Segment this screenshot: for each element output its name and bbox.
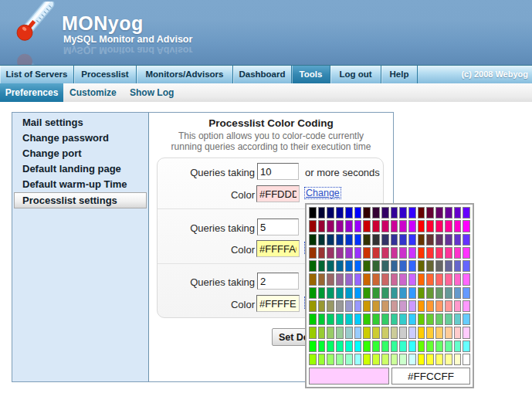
palette-swatch[interactable] — [463, 313, 470, 325]
palette-swatch[interactable] — [318, 247, 326, 259]
sidebar-item-change-password[interactable]: Change password — [22, 130, 109, 146]
palette-swatch[interactable] — [372, 327, 380, 338]
palette-swatch[interactable] — [426, 287, 434, 299]
palette-swatch[interactable] — [372, 234, 380, 246]
palette-swatch[interactable] — [381, 300, 389, 312]
palette-swatch[interactable] — [363, 313, 371, 325]
seconds-input-1[interactable] — [257, 163, 299, 180]
palette-swatch[interactable] — [372, 220, 380, 232]
palette-swatch[interactable] — [418, 260, 425, 272]
palette-swatch[interactable] — [327, 273, 334, 285]
palette-swatch[interactable] — [463, 354, 470, 365]
palette-swatch[interactable] — [445, 220, 452, 232]
palette-swatch[interactable] — [454, 354, 462, 365]
palette-swatch[interactable] — [391, 313, 398, 325]
palette-swatch[interactable] — [454, 273, 462, 285]
nav-tab-processlist[interactable]: Processlist — [74, 66, 137, 83]
palette-swatch[interactable] — [345, 340, 353, 352]
color-value-input-3[interactable] — [256, 295, 300, 312]
palette-swatch[interactable] — [454, 340, 462, 352]
palette-swatch[interactable] — [327, 234, 334, 246]
subnav-tab-preferences[interactable]: Preferences — [0, 83, 63, 102]
palette-swatch[interactable] — [391, 247, 398, 259]
palette-swatch[interactable] — [399, 327, 407, 338]
palette-swatch[interactable] — [354, 234, 362, 246]
nav-tab-log-out[interactable]: Log out — [330, 66, 381, 83]
palette-swatch[interactable] — [399, 313, 407, 325]
palette-swatch[interactable] — [408, 260, 416, 272]
palette-swatch[interactable] — [372, 300, 380, 312]
nav-tab-monitors-advisors[interactable]: Monitors/Advisors — [137, 66, 233, 83]
palette-swatch[interactable] — [399, 247, 407, 259]
palette-swatch[interactable] — [426, 220, 434, 232]
palette-swatch[interactable] — [363, 354, 371, 365]
palette-swatch[interactable] — [418, 300, 425, 312]
palette-swatch[interactable] — [399, 287, 407, 299]
palette-swatch[interactable] — [426, 260, 434, 272]
palette-swatch[interactable] — [309, 300, 317, 312]
palette-swatch[interactable] — [318, 260, 326, 272]
palette-swatch[interactable] — [336, 354, 344, 365]
palette-swatch[interactable] — [327, 313, 334, 325]
palette-swatch[interactable] — [372, 247, 380, 259]
palette-swatch[interactable] — [426, 313, 434, 325]
palette-swatch[interactable] — [336, 287, 344, 299]
palette-swatch[interactable] — [435, 273, 443, 285]
palette-swatch[interactable] — [399, 234, 407, 246]
nav-tab-list-of-servers[interactable]: List of Servers — [0, 66, 74, 83]
palette-swatch[interactable] — [372, 340, 380, 352]
palette-swatch[interactable] — [345, 207, 353, 219]
palette-swatch[interactable] — [445, 327, 452, 338]
palette-swatch[interactable] — [363, 207, 371, 219]
palette-swatch[interactable] — [391, 207, 398, 219]
palette-swatch[interactable] — [408, 300, 416, 312]
palette-swatch[interactable] — [345, 247, 353, 259]
palette-swatch[interactable] — [435, 287, 443, 299]
palette-swatch[interactable] — [399, 340, 407, 352]
palette-swatch[interactable] — [454, 313, 462, 325]
palette-swatch[interactable] — [445, 207, 452, 219]
palette-swatch[interactable] — [408, 287, 416, 299]
palette-swatch[interactable] — [354, 327, 362, 338]
sidebar-item-default-warm-up-time[interactable]: Default warm-up Time — [22, 177, 127, 192]
palette-swatch[interactable] — [309, 260, 317, 272]
palette-swatch[interactable] — [463, 207, 470, 219]
palette-swatch[interactable] — [327, 300, 334, 312]
palette-swatch[interactable] — [399, 300, 407, 312]
palette-swatch[interactable] — [454, 300, 462, 312]
palette-swatch[interactable] — [354, 313, 362, 325]
palette-swatch[interactable] — [354, 207, 362, 219]
palette-swatch[interactable] — [363, 234, 371, 246]
palette-swatch[interactable] — [445, 354, 452, 365]
palette-swatch[interactable] — [418, 287, 425, 299]
palette-swatch[interactable] — [418, 340, 425, 352]
palette-swatch[interactable] — [445, 340, 452, 352]
palette-swatch[interactable] — [435, 207, 443, 219]
palette-swatch[interactable] — [454, 247, 462, 259]
palette-swatch[interactable] — [345, 273, 353, 285]
palette-swatch[interactable] — [381, 287, 389, 299]
palette-swatch[interactable] — [445, 287, 452, 299]
palette-swatch[interactable] — [372, 354, 380, 365]
palette-swatch[interactable] — [327, 287, 334, 299]
palette-swatch[interactable] — [445, 313, 452, 325]
sidebar-item-default-landing-page[interactable]: Default landing page — [22, 161, 121, 177]
palette-swatch[interactable] — [336, 273, 344, 285]
palette-swatch[interactable] — [445, 260, 452, 272]
palette-swatch[interactable] — [318, 207, 326, 219]
palette-swatch[interactable] — [309, 273, 317, 285]
seconds-input-3[interactable] — [257, 273, 299, 290]
sidebar-item-change-port[interactable]: Change port — [22, 146, 82, 161]
palette-swatch[interactable] — [463, 234, 470, 246]
palette-swatch[interactable] — [318, 287, 326, 299]
subnav-tab-customize[interactable]: Customize — [69, 83, 117, 102]
palette-swatch[interactable] — [354, 287, 362, 299]
palette-swatch[interactable] — [435, 340, 443, 352]
palette-swatch[interactable] — [463, 260, 470, 272]
palette-swatch[interactable] — [309, 354, 317, 365]
palette-swatch[interactable] — [399, 273, 407, 285]
palette-swatch[interactable] — [381, 327, 389, 338]
palette-swatch[interactable] — [418, 207, 425, 219]
palette-swatch[interactable] — [399, 354, 407, 365]
palette-swatch[interactable] — [426, 207, 434, 219]
